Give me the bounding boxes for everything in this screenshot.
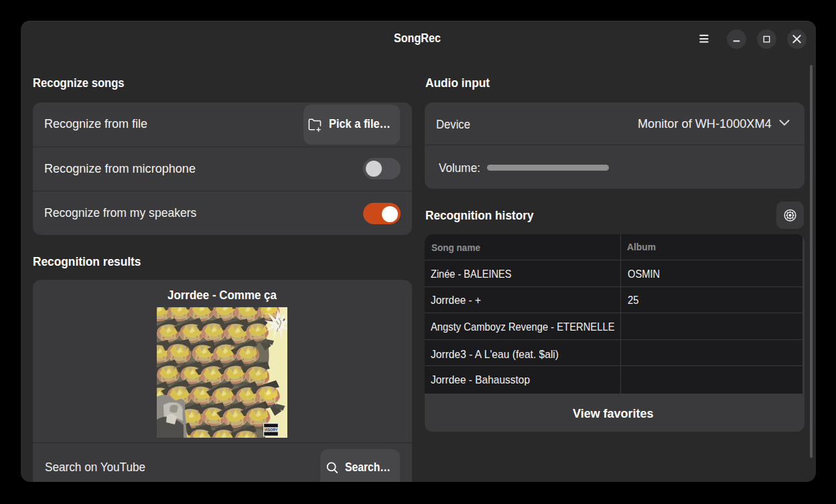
svg-text:VISORY: VISORY bbox=[264, 428, 278, 432]
